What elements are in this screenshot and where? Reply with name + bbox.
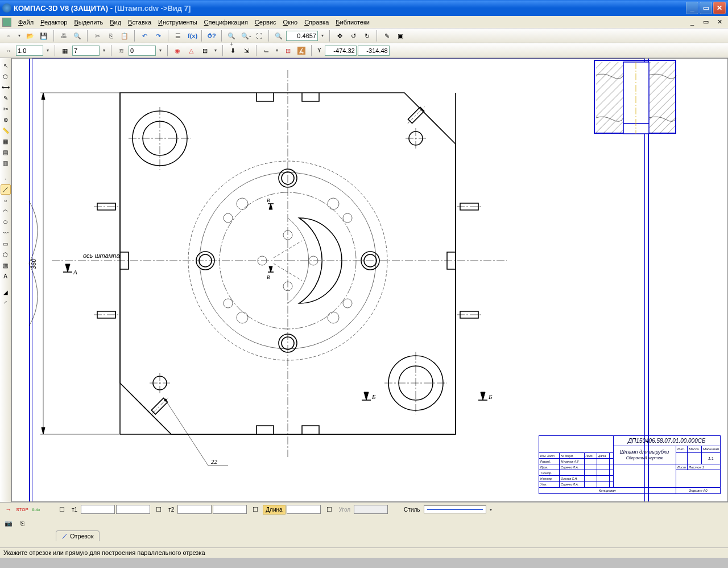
print-button[interactable]: 🖶: [57, 30, 70, 42]
maximize-button[interactable]: ▭: [700, 2, 712, 14]
spline-tool[interactable]: 〰: [1, 228, 11, 238]
mdi-minimize-button[interactable]: _: [686, 16, 698, 28]
polygon-tool[interactable]: ⬠: [1, 249, 11, 260]
chamfer-tool[interactable]: ◢: [1, 287, 11, 297]
menu-spec[interactable]: Спецификация: [201, 18, 251, 27]
line-tool[interactable]: ／: [1, 184, 11, 195]
screenshot-button[interactable]: 📷: [2, 517, 15, 529]
layer-dropdown[interactable]: ▾: [101, 48, 107, 53]
zoom-prev-button[interactable]: ↺: [347, 30, 359, 42]
len-lock[interactable]: ☐: [249, 503, 262, 516]
zoom-fit-button[interactable]: 🔍: [272, 30, 285, 42]
style-combo[interactable]: [424, 505, 486, 513]
copy-button[interactable]: ⎘: [105, 30, 117, 42]
menu-edit[interactable]: Редактор: [37, 18, 71, 27]
auto-button[interactable]: Auto: [30, 503, 42, 516]
zoom-window-button[interactable]: ⛶: [253, 30, 265, 42]
length-input[interactable]: [287, 505, 321, 514]
round-button[interactable]: ⇲: [240, 44, 253, 57]
properties-button[interactable]: ☰: [172, 30, 184, 42]
hatch-tool[interactable]: ▨: [1, 260, 11, 270]
copy-props-button[interactable]: ⎘: [16, 517, 28, 529]
local-cs-button[interactable]: ⌙: [260, 44, 272, 57]
segment-tab[interactable]: ／ Отрезок: [56, 530, 100, 541]
menu-libs[interactable]: Библиотеки: [332, 18, 373, 27]
menu-insert[interactable]: Вставка: [125, 18, 155, 27]
zoom-out-button[interactable]: 🔍-: [239, 30, 251, 42]
t2-x-input[interactable]: [177, 505, 212, 514]
angle-mode-button[interactable]: ∡: [295, 44, 308, 57]
select-panel[interactable]: ▦: [1, 136, 11, 146]
ang-lock[interactable]: ☐: [323, 503, 336, 516]
t1-y-input[interactable]: [116, 505, 150, 514]
edit-panel[interactable]: ✂: [1, 104, 11, 114]
style-dropdown[interactable]: ▾: [487, 507, 494, 512]
t1-lock[interactable]: ☐: [56, 503, 68, 516]
whatsthis-button[interactable]: ⥀?: [205, 30, 218, 42]
menu-service[interactable]: Сервис: [251, 18, 280, 27]
step-icon[interactable]: ↔: [2, 44, 15, 57]
pan-button[interactable]: ✥: [333, 30, 346, 42]
grid-button[interactable]: ⊞: [282, 44, 294, 57]
t2-y-input[interactable]: [213, 505, 247, 514]
mdi-restore-button[interactable]: ▭: [700, 16, 712, 28]
params-panel[interactable]: ⊕: [1, 114, 11, 125]
cs-dropdown[interactable]: ▾: [274, 48, 280, 53]
ellipse-tool[interactable]: ⬭: [1, 217, 11, 227]
menu-help[interactable]: Справка: [301, 18, 332, 27]
redraw-button[interactable]: ✎: [380, 30, 393, 42]
preview-button[interactable]: 🔍: [71, 30, 84, 42]
dims-panel[interactable]: ⟷: [1, 82, 11, 92]
save-button[interactable]: 💾: [38, 30, 50, 42]
menu-file[interactable]: Файл: [15, 18, 37, 27]
mdi-close-button[interactable]: ✕: [713, 16, 726, 28]
assoc-panel[interactable]: ▥: [1, 158, 11, 168]
rect-tool[interactable]: ▭: [1, 238, 11, 249]
redo-button[interactable]: ↷: [152, 30, 164, 42]
snap-grid-button[interactable]: ⊞: [198, 44, 211, 57]
menu-window[interactable]: Окно: [280, 18, 301, 27]
menu-view[interactable]: Вид: [106, 18, 125, 27]
level-icon[interactable]: ≋: [115, 44, 127, 57]
zoom-dropdown[interactable]: ▾: [319, 33, 326, 38]
arc-tool[interactable]: ◠: [1, 206, 11, 216]
coord-x-input[interactable]: [325, 46, 357, 56]
drawing-canvas[interactable]: 360 ось штампа А Б Б В В: [11, 58, 728, 502]
t2-lock[interactable]: ☐: [152, 503, 165, 516]
open-button[interactable]: 📂: [24, 30, 36, 42]
undo-button[interactable]: ↶: [138, 30, 151, 42]
layer-icon[interactable]: ▦: [59, 44, 71, 57]
snap-dropdown[interactable]: ▾: [212, 48, 219, 53]
layer-input[interactable]: [72, 46, 100, 56]
new-dropdown[interactable]: ▾: [16, 33, 23, 38]
menu-select[interactable]: Выделить: [71, 18, 106, 27]
create-object-button[interactable]: →: [2, 503, 15, 516]
fullscreen-button[interactable]: ▣: [394, 30, 407, 42]
new-button[interactable]: ▫: [2, 30, 15, 42]
ortho-button[interactable]: ⬇: [226, 44, 239, 57]
snap-endpoint-button[interactable]: ◉: [171, 44, 184, 57]
text-tool[interactable]: A: [1, 271, 11, 281]
snap-mid-button[interactable]: △: [185, 44, 197, 57]
fillet-tool[interactable]: ◜: [1, 298, 11, 308]
t1-x-input[interactable]: [81, 505, 115, 514]
level-dropdown[interactable]: ▾: [157, 48, 164, 53]
notes-panel[interactable]: ✎: [1, 93, 11, 103]
circle-tool[interactable]: ○: [1, 195, 11, 205]
minimize-button[interactable]: _: [686, 2, 698, 14]
zoom-value-input[interactable]: [286, 31, 318, 41]
menu-corner-icon[interactable]: [2, 18, 11, 27]
spec-panel[interactable]: ▤: [1, 147, 11, 157]
zoom-next-button[interactable]: ↻: [361, 30, 373, 42]
paste-button[interactable]: 📋: [118, 30, 131, 42]
cut-button[interactable]: ✂: [91, 30, 104, 42]
step-dropdown[interactable]: ▾: [44, 48, 51, 53]
geometry-panel[interactable]: ⬡: [1, 71, 11, 81]
stop-button[interactable]: STOP: [16, 503, 28, 516]
zoom-in-button[interactable]: 🔍+: [225, 30, 238, 42]
close-button[interactable]: ✕: [713, 2, 726, 14]
menu-tools[interactable]: Инструменты: [155, 18, 201, 27]
coord-y-input[interactable]: [358, 46, 390, 56]
point-tool[interactable]: ·: [1, 174, 11, 184]
variables-button[interactable]: f(x): [185, 30, 198, 42]
